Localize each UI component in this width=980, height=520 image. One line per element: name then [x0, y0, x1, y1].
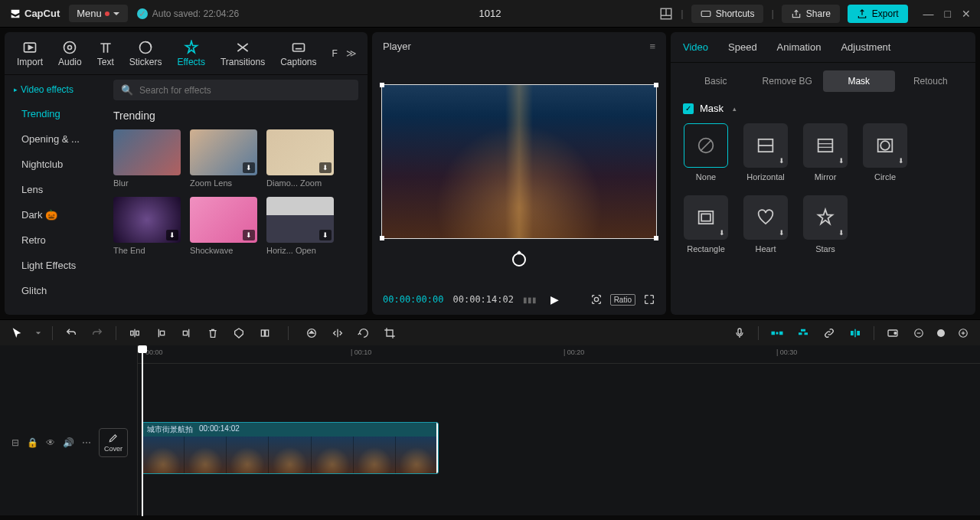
close-button[interactable]: ✕ — [962, 8, 971, 20]
magnet-main-icon[interactable] — [769, 325, 785, 341]
selection-tool[interactable] — [9, 325, 24, 341]
fullscreen-preview-icon[interactable] — [590, 293, 603, 306]
mask-option-stars[interactable]: ⬇Stars — [802, 195, 848, 253]
ratio-button[interactable]: Ratio — [610, 294, 635, 306]
track-visible-icon[interactable]: 👁 — [46, 437, 55, 448]
timeline-ruler[interactable]: 00:00 | 00:10 | 00:20 | 00:30 — [138, 345, 980, 364]
preview-quality-icon[interactable]: ▮▮▮ — [523, 296, 537, 304]
tab-audio[interactable]: Audio — [51, 40, 90, 67]
resize-handle[interactable] — [380, 236, 384, 240]
frame-tool[interactable] — [257, 325, 273, 341]
export-button[interactable]: Export — [848, 5, 908, 23]
chevron-down-icon[interactable] — [35, 330, 41, 336]
mirror-tool[interactable] — [330, 325, 345, 341]
undo-button[interactable] — [64, 325, 79, 341]
tab-effects[interactable]: Effects — [169, 40, 212, 67]
mask-checkbox[interactable]: ✓ — [683, 103, 694, 114]
track-mute-icon[interactable]: 🔊 — [63, 437, 74, 448]
sidebar-title[interactable]: Video effects — [5, 78, 104, 101]
resize-handle[interactable] — [654, 236, 658, 240]
svg-rect-30 — [261, 330, 264, 336]
subtab-remove-bg[interactable]: Remove BG — [752, 70, 824, 92]
subtab-retouch[interactable]: Retouch — [895, 70, 967, 92]
mask-option-horizontal[interactable]: ⬇Horizontal — [743, 123, 789, 182]
play-button[interactable]: ▶ — [550, 293, 559, 306]
search-field[interactable] — [139, 85, 351, 96]
expand-icon[interactable] — [643, 293, 655, 306]
cover-button[interactable]: Cover — [99, 428, 128, 457]
player-menu-icon[interactable]: ≡ — [649, 41, 655, 52]
tab-import[interactable]: Import — [9, 40, 51, 67]
trim-left-tool[interactable] — [153, 325, 168, 341]
subtab-basic[interactable]: Basic — [680, 70, 752, 92]
download-icon: ⬇ — [319, 230, 332, 240]
track-more-icon[interactable]: ⋯ — [82, 437, 91, 448]
effect-category[interactable]: Light Effects — [5, 253, 104, 278]
tab-text[interactable]: Text — [90, 40, 122, 67]
search-input[interactable]: 🔍 — [113, 80, 358, 100]
effect-item[interactable]: ⬇Diamo... Zoom — [266, 129, 334, 188]
rotate-handle[interactable] — [512, 253, 526, 267]
minimize-button[interactable]: — — [923, 8, 934, 20]
rotate-tool[interactable] — [356, 325, 371, 341]
split-tool[interactable] — [127, 325, 142, 341]
effect-item[interactable]: ⬇Zoom Lens — [190, 129, 257, 188]
track-lock-icon[interactable]: 🔒 — [27, 437, 38, 448]
effect-category[interactable]: Dark 🎃 — [5, 202, 104, 227]
track-collapse-icon[interactable]: ⊟ — [11, 437, 19, 448]
share-button[interactable]: Share — [782, 5, 840, 23]
subtab-mask[interactable]: Mask — [823, 70, 895, 92]
tab-more[interactable]: F — [325, 48, 339, 59]
effect-category[interactable]: Lens — [5, 177, 104, 202]
check-icon: ✓ — [137, 8, 148, 19]
link-icon[interactable] — [822, 325, 837, 341]
effect-category[interactable]: Trending — [5, 101, 104, 126]
reverse-tool[interactable] — [304, 325, 319, 341]
props-tab-video[interactable]: Video — [683, 41, 708, 53]
marker-tool[interactable] — [231, 325, 247, 341]
preview-snap-icon[interactable] — [848, 325, 863, 341]
layout-icon[interactable] — [659, 7, 673, 21]
maximize-button[interactable]: □ — [945, 8, 951, 20]
mask-option-rectangle[interactable]: ⬇Rectangle — [683, 195, 729, 253]
effect-category[interactable]: Glitch — [5, 278, 104, 303]
mask-option-heart[interactable]: ⬇Heart — [743, 195, 789, 253]
effect-item[interactable]: ⬇Horiz... Open — [266, 197, 334, 255]
props-tab-animation[interactable]: Animation — [777, 41, 822, 53]
effect-category[interactable]: Retro — [5, 227, 104, 253]
svg-rect-36 — [776, 332, 779, 334]
redo-button[interactable] — [90, 325, 105, 341]
resize-handle[interactable] — [654, 83, 658, 87]
video-preview[interactable] — [381, 84, 657, 239]
shortcuts-button[interactable]: Shortcuts — [691, 5, 764, 23]
trim-right-tool[interactable] — [179, 325, 194, 341]
zoom-out-icon[interactable] — [911, 325, 926, 341]
effect-item[interactable]: ⬇Shockwave — [190, 197, 257, 255]
magnet-track-icon[interactable] — [795, 325, 811, 341]
mask-option-mirror[interactable]: ⬇Mirror — [802, 123, 848, 182]
mask-option-circle[interactable]: ⬇Circle — [862, 123, 908, 182]
playhead[interactable] — [142, 345, 143, 516]
scroll-right-icon[interactable]: ≫ — [340, 47, 363, 59]
effect-category[interactable]: Nightclub — [5, 152, 104, 177]
mic-icon[interactable] — [732, 325, 747, 341]
mask-option-none[interactable]: None — [683, 123, 729, 182]
preview-render-icon[interactable] — [885, 325, 900, 341]
menu-button[interactable]: Menu — [69, 5, 128, 22]
effect-item[interactable]: ⬇The End — [113, 197, 181, 255]
zoom-slider[interactable] — [937, 329, 945, 337]
svg-rect-22 — [701, 214, 710, 221]
resize-handle[interactable] — [380, 83, 384, 87]
tab-captions[interactable]: Captions — [273, 40, 324, 67]
effect-item[interactable]: Blur — [113, 129, 181, 188]
zoom-in-icon[interactable] — [956, 325, 971, 341]
props-tab-speed[interactable]: Speed — [728, 41, 757, 53]
collapse-icon[interactable]: ▴ — [733, 105, 737, 113]
effect-category[interactable]: Opening & ... — [5, 126, 104, 152]
props-tab-adjustment[interactable]: Adjustment — [841, 41, 890, 53]
crop-tool[interactable] — [382, 325, 397, 341]
tab-stickers[interactable]: Stickers — [122, 40, 170, 67]
delete-tool[interactable] — [205, 325, 220, 341]
video-clip[interactable]: 城市街景航拍 00:00:14:02 — [142, 422, 439, 474]
tab-transitions[interactable]: Transitions — [213, 40, 273, 67]
